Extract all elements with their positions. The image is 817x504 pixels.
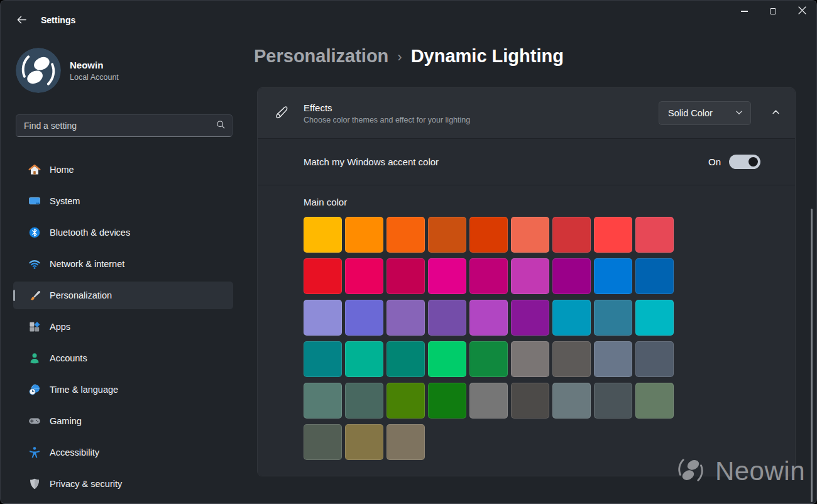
neowin-watermark: Neowin (674, 453, 805, 490)
sidebar-item-network-and-internet[interactable]: Network & internet (13, 250, 233, 278)
sidebar: Neowin Local Account HomeSystemBluetooth… (1, 31, 246, 503)
privacy-security-icon (28, 478, 41, 490)
color-swatch-rust[interactable] (469, 217, 508, 253)
search-icon (216, 119, 226, 132)
settings-window: Settings (0, 0, 817, 504)
sidebar-item-label: Privacy & security (50, 479, 122, 489)
color-swatch-liddy-green[interactable] (635, 383, 674, 419)
pen-icon (274, 105, 290, 121)
main-color-label: Main color (304, 196, 795, 208)
collapse-expander-button[interactable] (769, 105, 782, 121)
effects-dropdown[interactable]: Solid Color (659, 101, 751, 125)
account-block[interactable]: Neowin Local Account (16, 48, 119, 93)
breadcrumb-parent[interactable]: Personalization (254, 46, 388, 67)
sidebar-item-apps[interactable]: Apps (13, 313, 233, 341)
sidebar-nav: HomeSystemBluetooth & devicesNetwork & i… (13, 156, 233, 501)
search-box[interactable] (16, 114, 233, 137)
search-input[interactable] (24, 121, 216, 131)
account-name: Neowin (70, 59, 119, 72)
color-swatch-sport-green[interactable] (469, 341, 508, 377)
color-swatch-purple-shadow-dark[interactable] (345, 300, 383, 336)
color-swatch-mod-red[interactable] (594, 217, 632, 253)
color-swatch-red[interactable] (304, 258, 342, 294)
sidebar-item-bluetooth-and-devices[interactable]: Bluetooth & devices (13, 219, 233, 246)
chevron-right-icon: › (397, 49, 402, 65)
color-swatch-iris-pastel[interactable] (387, 300, 425, 336)
color-swatch-orchid-light[interactable] (511, 258, 549, 294)
color-swatch-yellow-gold[interactable] (304, 217, 342, 253)
close-button[interactable] (787, 1, 816, 22)
color-swatch-green[interactable] (428, 383, 466, 419)
color-swatch-iris-spring[interactable] (428, 300, 466, 336)
color-swatch-orchid[interactable] (552, 258, 591, 294)
color-swatch-pale-rust[interactable] (511, 217, 549, 253)
color-swatch-pale-moss[interactable] (304, 383, 342, 419)
color-swatch-mint-dark[interactable] (387, 341, 425, 377)
watermark-text: Neowin (715, 456, 805, 486)
color-swatch-violet-red[interactable] (511, 300, 549, 336)
color-swatch-cool-blue-bright[interactable] (552, 300, 591, 336)
color-swatch-camouflage-desert[interactable] (345, 424, 383, 460)
sidebar-item-system[interactable]: System (13, 187, 233, 215)
color-swatch-seafoam[interactable] (635, 300, 674, 336)
sidebar-item-personalization[interactable]: Personalization (13, 282, 233, 309)
sidebar-item-label: Bluetooth & devices (50, 227, 130, 238)
vertical-scrollbar[interactable] (811, 209, 813, 502)
sidebar-item-label: System (50, 196, 80, 206)
accent-match-toggle[interactable] (729, 155, 760, 169)
sidebar-item-time-and-language[interactable]: Time & language (13, 376, 233, 403)
neowin-logo-icon (674, 453, 708, 490)
minimize-button[interactable] (730, 1, 759, 22)
color-swatch-blue-gray[interactable] (552, 383, 591, 419)
color-swatch-moss[interactable] (345, 383, 383, 419)
effects-subtitle: Choose color themes and effect for your … (304, 116, 659, 124)
time-language-icon (28, 383, 41, 396)
color-swatch-overcast[interactable] (469, 383, 508, 419)
color-swatch-plum-light[interactable] (428, 258, 466, 294)
sidebar-item-label: Network & internet (50, 259, 124, 269)
color-swatch-turf-green[interactable] (428, 341, 466, 377)
network-icon (28, 258, 41, 270)
color-swatch-sage[interactable] (304, 424, 342, 460)
accent-match-row: Match my Windows accent color On (258, 139, 795, 185)
color-swatch-rose[interactable] (387, 258, 425, 294)
back-button[interactable] (13, 13, 30, 29)
sidebar-item-gaming[interactable]: Gaming (13, 407, 233, 435)
color-swatch-violet-red-light[interactable] (469, 300, 508, 336)
personalization-icon (28, 289, 41, 302)
color-swatch-cool-blue[interactable] (594, 300, 632, 336)
account-type: Local Account (70, 73, 119, 82)
color-swatch-storm[interactable] (511, 383, 549, 419)
sidebar-item-label: Personalization (50, 290, 112, 300)
color-swatch-gold[interactable] (345, 217, 383, 253)
sidebar-item-home[interactable]: Home (13, 156, 233, 184)
color-swatch-grid (304, 217, 795, 460)
color-swatch-navy-blue[interactable] (635, 258, 674, 294)
color-swatch-rose-bright[interactable] (345, 258, 383, 294)
color-swatch-meadow-green[interactable] (387, 383, 425, 419)
color-swatch-brick-red[interactable] (552, 217, 591, 253)
color-swatch-camouflage[interactable] (387, 424, 425, 460)
color-swatch-default-blue[interactable] (594, 258, 632, 294)
close-icon (798, 6, 806, 17)
color-swatch-gray-brown[interactable] (552, 341, 591, 377)
maximize-button[interactable] (759, 1, 787, 22)
sidebar-item-accessibility[interactable]: Accessibility (13, 439, 233, 466)
color-swatch-plum[interactable] (469, 258, 508, 294)
color-swatch-seafoam-teal[interactable] (304, 341, 342, 377)
color-swatch-orange-bright[interactable] (387, 217, 425, 253)
color-swatch-purple-shadow[interactable] (304, 300, 342, 336)
sidebar-item-privacy-and-security[interactable]: Privacy & security (13, 470, 233, 498)
dropdown-value: Solid Color (668, 108, 735, 118)
home-icon (28, 163, 41, 176)
color-swatch-pale-red[interactable] (635, 217, 674, 253)
color-swatch-metal-blue[interactable] (635, 341, 674, 377)
accent-match-label: Match my Windows accent color (304, 156, 708, 167)
color-swatch-gray-dark[interactable] (594, 383, 632, 419)
sidebar-item-accounts[interactable]: Accounts (13, 344, 233, 372)
color-swatch-steel-blue[interactable] (594, 341, 632, 377)
main-color-section: Main color (258, 185, 795, 476)
color-swatch-mint-light[interactable] (345, 341, 383, 377)
color-swatch-gray[interactable] (511, 341, 549, 377)
color-swatch-orange-dark[interactable] (428, 217, 466, 253)
